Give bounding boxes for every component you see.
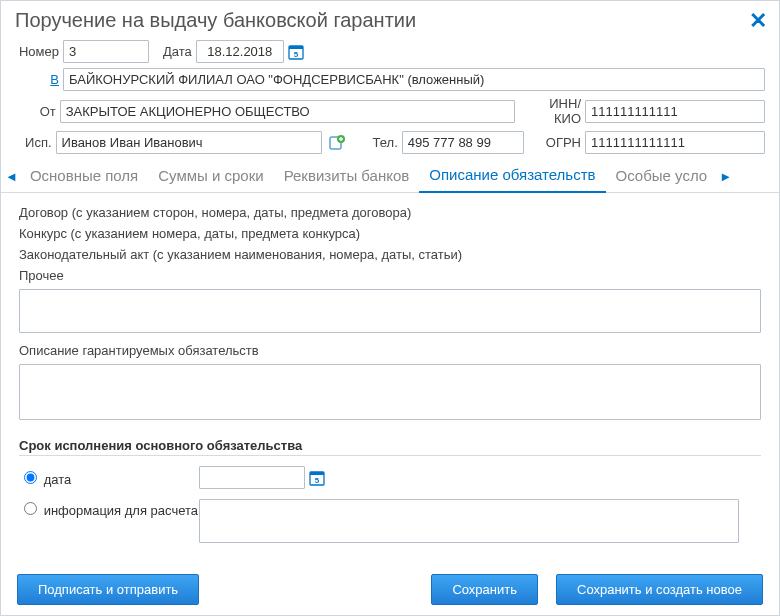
other-textarea[interactable] [19, 289, 761, 333]
law-hint: Законодательный акт (с указанием наимено… [19, 247, 761, 262]
from-label: От [15, 104, 56, 119]
deadline-calc-radio[interactable] [24, 502, 37, 515]
tab-scroll-right-icon[interactable]: ► [717, 169, 734, 184]
add-contact-icon[interactable] [329, 135, 345, 151]
tab-bar: ◄ Основные поля Суммы и сроки Реквизиты … [1, 160, 779, 193]
tel-label: Тел. [373, 135, 398, 150]
executor-input[interactable] [56, 131, 322, 154]
ogrn-label: ОГРН [546, 135, 581, 150]
deadline-date-input[interactable] [199, 466, 305, 489]
inn-label: ИНН/КИО [527, 96, 581, 126]
tab-basic-fields[interactable]: Основные поля [20, 161, 148, 192]
date-input[interactable] [196, 40, 284, 63]
tab-sums-terms[interactable]: Суммы и сроки [148, 161, 273, 192]
other-label: Прочее [19, 268, 761, 283]
deadline-date-label: дата [44, 472, 72, 487]
in-label[interactable]: В [15, 72, 59, 87]
deadline-date-radio[interactable] [24, 471, 37, 484]
tab-special-conditions[interactable]: Особые усло [606, 161, 718, 192]
deadline-section-head: Срок исполнения основного обязательства [19, 438, 761, 453]
calendar-icon[interactable]: 5 [308, 469, 326, 487]
sign-send-button[interactable]: Подписать и отправить [17, 574, 199, 605]
divider [19, 455, 761, 456]
number-input[interactable] [63, 40, 149, 63]
tab-scroll-left-icon[interactable]: ◄ [3, 169, 20, 184]
svg-text:5: 5 [294, 50, 299, 59]
tender-hint: Конкурс (с указанием номера, даты, предм… [19, 226, 761, 241]
inn-input[interactable] [585, 100, 765, 123]
calendar-icon[interactable]: 5 [287, 43, 305, 61]
bank-input[interactable] [63, 68, 765, 91]
close-icon[interactable]: ✕ [749, 10, 767, 32]
tel-input[interactable] [402, 131, 524, 154]
deadline-calc-textarea[interactable] [199, 499, 739, 543]
isp-label: Исп. [15, 135, 52, 150]
obligation-desc-label: Описание гарантируемых обязательств [19, 343, 761, 358]
save-create-new-button[interactable]: Сохранить и создать новое [556, 574, 763, 605]
from-input[interactable] [60, 100, 515, 123]
svg-text:5: 5 [315, 476, 320, 485]
svg-rect-1 [289, 46, 303, 49]
date-label: Дата [163, 44, 192, 59]
number-label: Номер [15, 44, 59, 59]
contract-hint: Договор (с указанием сторон, номера, дат… [19, 205, 761, 220]
save-button[interactable]: Сохранить [431, 574, 538, 605]
tab-obligations[interactable]: Описание обязательств [419, 160, 605, 193]
ogrn-input[interactable] [585, 131, 765, 154]
deadline-calc-label: информация для расчета [44, 503, 198, 518]
svg-rect-6 [310, 472, 324, 475]
tab-bank-details[interactable]: Реквизиты банков [274, 161, 420, 192]
obligation-desc-textarea[interactable] [19, 364, 761, 420]
window-title: Поручение на выдачу банковской гарантии [15, 9, 416, 32]
